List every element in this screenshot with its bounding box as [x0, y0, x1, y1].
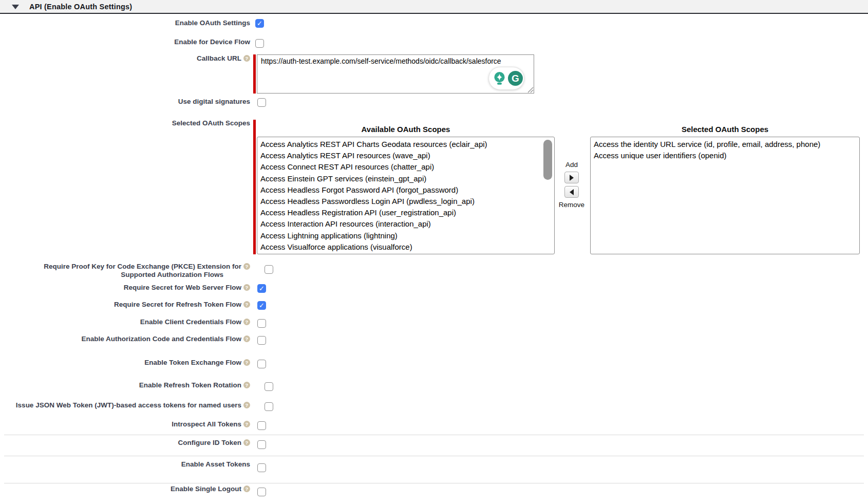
help-icon[interactable]: [243, 301, 250, 308]
listbox-scrollbar-thumb[interactable]: [543, 140, 552, 180]
row-divider: [4, 483, 864, 483]
use-digital-signatures-label: Use digital signatures: [0, 98, 250, 106]
pkce-label: Require Proof Key for Code Exchange (PKC…: [0, 263, 250, 279]
enable-token-exchange-label: Enable Token Exchange Flow: [0, 359, 250, 367]
configure-id-token-label: Configure ID Token: [0, 439, 250, 447]
introspect-all-tokens-checkbox[interactable]: [257, 421, 266, 430]
section-title: API (Enable OAuth Settings): [29, 3, 132, 11]
list-item[interactable]: Access Connect REST API resources (chatt…: [260, 161, 554, 173]
help-icon[interactable]: [243, 263, 250, 270]
list-item[interactable]: Access Lightning applications (lightning…: [260, 230, 554, 241]
enable-auth-code-credentials-label: Enable Authorization Code and Credential…: [0, 335, 250, 343]
enable-refresh-token-rotation-label: Enable Refresh Token Rotation: [0, 381, 250, 389]
remove-label: Remove: [557, 201, 587, 209]
introspect-all-tokens-label: Introspect All Tokens: [0, 420, 250, 428]
enable-token-exchange-checkbox[interactable]: [257, 360, 266, 368]
section-header: API (Enable OAuth Settings): [0, 0, 868, 14]
list-item[interactable]: Access Headless Passwordless Login API (…: [260, 196, 554, 207]
enable-single-logout-label: Enable Single Logout: [0, 485, 250, 493]
help-icon[interactable]: [243, 284, 250, 291]
enable-for-device-flow-checkbox[interactable]: [255, 39, 264, 48]
selected-scopes-title: Selected OAuth Scopes: [590, 125, 860, 134]
issue-jwt-named-users-checkbox[interactable]: [265, 402, 273, 411]
enable-auth-code-credentials-checkbox[interactable]: [257, 336, 266, 345]
pkce-checkbox[interactable]: [265, 265, 273, 274]
list-item[interactable]: Access the identity URL service (id, pro…: [594, 139, 859, 150]
right-arrow-icon: [570, 175, 574, 181]
list-item[interactable]: Access Analytics REST API Charts Geodata…: [260, 139, 554, 150]
enable-asset-tokens-label: Enable Asset Tokens: [0, 460, 250, 469]
grammarly-logo-icon[interactable]: [508, 71, 523, 86]
enable-client-credentials-checkbox[interactable]: [257, 319, 266, 328]
list-item[interactable]: Access Headless Registration API (user_r…: [260, 207, 554, 218]
list-item[interactable]: Access Headless Forgot Password API (for…: [260, 184, 554, 196]
add-scope-button[interactable]: [564, 172, 579, 183]
help-icon[interactable]: [243, 319, 250, 325]
available-scopes-listbox[interactable]: Access Analytics REST API Charts Geodata…: [257, 137, 555, 254]
required-indicator-bar: [253, 120, 256, 254]
use-digital-signatures-checkbox[interactable]: [257, 98, 266, 107]
issue-jwt-named-users-label: Issue JSON Web Token (JWT)-based access …: [0, 401, 250, 409]
list-item[interactable]: Access Einstein GPT services (einstein_g…: [260, 173, 554, 184]
left-arrow-icon: [570, 189, 574, 195]
add-label: Add: [557, 161, 587, 169]
require-secret-web-server-checkbox[interactable]: [257, 284, 266, 293]
enable-client-credentials-label: Enable Client Credentials Flow: [0, 318, 250, 326]
help-icon[interactable]: [243, 55, 250, 62]
help-icon[interactable]: [243, 382, 250, 388]
help-icon[interactable]: [243, 439, 250, 446]
remove-scope-button[interactable]: [564, 186, 579, 198]
configure-id-token-checkbox[interactable]: [257, 440, 266, 449]
textarea-resize-handle[interactable]: [527, 87, 534, 93]
selected-oauth-scopes-label: Selected OAuth Scopes: [0, 119, 250, 127]
grammarly-suggestion-bulb-icon[interactable]: [493, 71, 506, 86]
help-icon[interactable]: [243, 486, 250, 492]
help-icon[interactable]: [243, 402, 250, 408]
required-indicator-bar: [253, 54, 256, 94]
enable-single-logout-checkbox[interactable]: [257, 488, 266, 496]
require-secret-web-server-label: Require Secret for Web Server Flow: [0, 284, 250, 292]
help-icon[interactable]: [243, 335, 250, 342]
enable-for-device-flow-label: Enable for Device Flow: [0, 38, 250, 46]
row-divider: [4, 456, 864, 456]
help-icon[interactable]: [243, 421, 250, 427]
enable-refresh-token-rotation-checkbox[interactable]: [265, 382, 273, 391]
row-divider: [4, 435, 864, 435]
enable-oauth-settings-checkbox[interactable]: [255, 19, 264, 28]
selected-scopes-listbox[interactable]: Access the identity URL service (id, pro…: [590, 137, 860, 254]
require-secret-refresh-token-checkbox[interactable]: [257, 301, 266, 310]
list-item[interactable]: Access Visualforce applications (visualf…: [260, 241, 554, 253]
enable-asset-tokens-checkbox[interactable]: [257, 463, 266, 472]
require-secret-refresh-token-label: Require Secret for Refresh Token Flow: [0, 301, 250, 309]
list-item[interactable]: Access Interaction API resources (intera…: [260, 218, 554, 230]
list-item[interactable]: Access unique user identifiers (openid): [594, 150, 859, 161]
callback-url-label: Callback URL: [0, 54, 250, 63]
help-icon[interactable]: [243, 359, 250, 366]
collapse-triangle-icon[interactable]: [12, 5, 19, 9]
oauth-settings-section: API (Enable OAuth Settings) Enable OAuth…: [0, 0, 868, 504]
available-scopes-title: Available OAuth Scopes: [257, 125, 555, 134]
enable-oauth-settings-label: Enable OAuth Settings: [0, 19, 250, 27]
list-item[interactable]: Access Analytics REST API resources (wav…: [260, 150, 554, 161]
